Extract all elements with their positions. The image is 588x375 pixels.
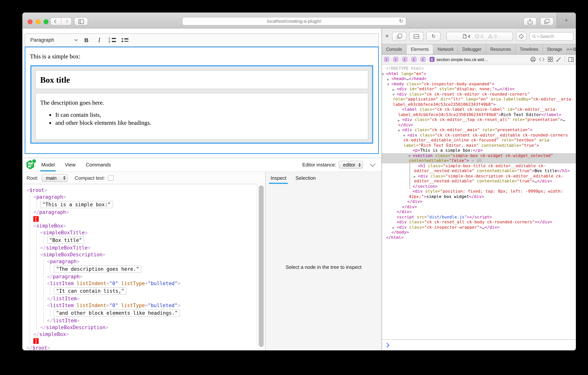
- editor-instance-select[interactable]: editor: [339, 161, 363, 169]
- dom-tree-row[interactable]: <!DOCTYPE html>: [382, 66, 576, 71]
- dom-tree-row[interactable]: ▼<section class="simple-box ck-widget ck…: [382, 153, 576, 163]
- close-devtools-button[interactable]: ×: [385, 33, 389, 39]
- model-text-node[interactable]: "and other block elements like headings.…: [54, 309, 180, 317]
- dom-tree-row[interactable]: <script src="dist/bundle.js"></script>: [382, 214, 576, 220]
- model-tree-row[interactable]: "Box title": [22, 236, 256, 244]
- forward-button[interactable]: [61, 18, 71, 25]
- dom-tree-row[interactable]: <div class="ck ck-reset_all ck-body ck-r…: [382, 220, 576, 225]
- address-bar[interactable]: localhost/creating-a-plugin/ ↻: [182, 17, 406, 25]
- collapse-node-icon[interactable]: ▼: [403, 133, 405, 139]
- new-tab-button[interactable]: +: [556, 12, 576, 28]
- element-picker-button[interactable]: [516, 32, 527, 41]
- simple-box-description-area[interactable]: The description goes here. It can contai…: [35, 93, 368, 140]
- dom-tree-row[interactable]: <p>This is a simple box:</p>: [382, 148, 576, 153]
- zoom-window-button[interactable]: [43, 19, 49, 24]
- devtools-search-field[interactable]: Search: [530, 32, 574, 40]
- breadcrumb-element-badge[interactable]: E: [393, 57, 398, 62]
- devtools-tab-debugger[interactable]: Debugger: [458, 44, 486, 54]
- tab-overview-button[interactable]: [540, 17, 554, 25]
- styles-brush-icon[interactable]: [556, 57, 561, 62]
- model-tree-row[interactable]: </$root>: [22, 345, 256, 350]
- simple-box-title-area[interactable]: Box title: [35, 70, 368, 89]
- model-tree-row[interactable]: </simpleBox>: [22, 331, 256, 338]
- devtools-tab-network[interactable]: Network: [433, 44, 458, 54]
- details-sidebar-toggle-icon[interactable]: [568, 57, 574, 62]
- settings-gear-icon[interactable]: ⚙: [573, 44, 576, 54]
- italic-button[interactable]: I: [93, 35, 106, 45]
- devtools-tab-timelines[interactable]: Timelines: [516, 44, 543, 54]
- back-button[interactable]: [51, 18, 61, 25]
- model-tree-row[interactable]: <paragraph>: [22, 258, 256, 265]
- devtools-tab-elements[interactable]: Elements: [407, 44, 433, 54]
- dom-tree-row[interactable]: <div style="position: fixed; top: 0px; l…: [382, 189, 576, 199]
- model-tree-row[interactable]: [: [22, 216, 256, 222]
- devtools-tab-console[interactable]: Console: [382, 44, 407, 54]
- add-tab-icon[interactable]: +: [570, 44, 573, 54]
- dom-tree-row[interactable]: ▼<html lang="en">: [382, 71, 576, 76]
- dom-tree-row[interactable]: ▶<div class="ck-inspector-wrapper">…</di…: [382, 225, 576, 230]
- dom-tree-row[interactable]: ▶<head>…</head>: [382, 76, 576, 81]
- inspector-tab-model[interactable]: Model: [41, 158, 55, 171]
- model-tree-row[interactable]: "The description goes here.": [22, 265, 256, 273]
- paragraph-dropdown[interactable]: Paragraph: [28, 35, 80, 45]
- compact-text-checkbox[interactable]: [108, 175, 114, 181]
- devtools-tab-storage[interactable]: Storage: [543, 44, 567, 54]
- dock-bottom-button[interactable]: [409, 32, 424, 41]
- layout-grid-icon[interactable]: [548, 57, 553, 62]
- breadcrumb-element-badge[interactable]: E: [411, 57, 416, 62]
- model-tree-scrollbar[interactable]: [256, 184, 265, 350]
- breadcrumb-selected-label[interactable]: section.simple-box.ck-wid…: [436, 57, 488, 62]
- model-tree-row[interactable]: "It can contain lists,": [22, 287, 256, 295]
- expand-node-icon[interactable]: ▶: [398, 118, 400, 123]
- model-tree-row[interactable]: <listItem listIndent="0" listType="bulle…: [22, 280, 256, 287]
- dom-tree-row[interactable]: ▼<div class="ck ck-reset ck-editor ck-ro…: [382, 92, 576, 107]
- dom-tree-row[interactable]: </div>: [382, 199, 576, 204]
- box-title-heading[interactable]: Box title: [40, 74, 363, 86]
- rich-text-editor-content[interactable]: This is a simple box: Box title The desc…: [25, 47, 379, 154]
- dom-tree-row[interactable]: </div>: [382, 204, 576, 209]
- close-window-button[interactable]: [28, 19, 32, 24]
- model-tree-row[interactable]: <listItem listIndent="0" listType="bulle…: [22, 302, 256, 309]
- collapse-node-icon[interactable]: ▼: [409, 154, 410, 159]
- simple-box-widget[interactable]: Box title The description goes here. It …: [30, 65, 373, 144]
- model-tree-row[interactable]: <paragraph>: [22, 194, 256, 201]
- root-select[interactable]: main: [42, 174, 68, 182]
- model-tree-row[interactable]: </listItem>: [22, 317, 256, 324]
- model-tree-row[interactable]: </simpleBoxTitle>: [22, 244, 256, 251]
- model-tree-row[interactable]: </simpleBoxDescription>: [22, 324, 256, 331]
- model-tree-row[interactable]: <$root>: [22, 187, 256, 194]
- model-text-node[interactable]: "This is a simple box:": [40, 201, 113, 208]
- dom-tree-row[interactable]: ▼<body class="ck-inspector-body-expanded…: [382, 81, 576, 87]
- breadcrumb-element-badge[interactable]: E: [402, 57, 407, 62]
- tab-overflow-icon[interactable]: »: [567, 44, 570, 54]
- dom-tree-row[interactable]: ▶<div class="ck ck-editor__top ck-reset_…: [382, 117, 576, 127]
- dom-tree-row[interactable]: </body>: [382, 230, 576, 235]
- dom-tree-row[interactable]: </div>: [382, 209, 576, 214]
- model-tree-row[interactable]: <simpleBox>: [22, 222, 256, 229]
- model-tree-row[interactable]: ]: [22, 338, 256, 345]
- dom-tree-row[interactable]: <label class="ck ck-label ck-voice-label…: [382, 107, 576, 117]
- dom-tree-row[interactable]: ▶<div id="editor" style="display: none;"…: [382, 87, 576, 92]
- dom-tree-row[interactable]: </html>: [382, 235, 576, 240]
- inspect-tab-inspect[interactable]: Inspect: [271, 175, 286, 184]
- collapse-node-icon[interactable]: ▼: [392, 92, 395, 98]
- model-tree-row[interactable]: "This is a simple box:": [22, 201, 256, 209]
- numbered-list-button[interactable]: 1 2: [106, 35, 119, 45]
- model-tree-row[interactable]: </paragraph>: [22, 209, 256, 216]
- model-tree-row[interactable]: </listItem>: [22, 295, 256, 302]
- resource-status-group[interactable]: 4 0: [446, 32, 513, 41]
- dom-tree-row[interactable]: </section>: [382, 184, 576, 189]
- breadcrumb-element-badge[interactable]: E: [384, 57, 389, 62]
- breadcrumb-element-badge[interactable]: E: [430, 57, 435, 62]
- model-text-node[interactable]: "It can contain lists,": [54, 287, 126, 295]
- expand-node-icon[interactable]: ▶: [414, 174, 416, 179]
- dom-tree-row[interactable]: <h1 class="simple-box-title ck-editor__e…: [382, 163, 576, 174]
- show-source-icon[interactable]: [539, 57, 545, 61]
- dock-side-button[interactable]: [392, 32, 407, 41]
- devtools-tab-resources[interactable]: Resources: [486, 44, 516, 54]
- model-tree-row[interactable]: </paragraph>: [22, 273, 256, 280]
- box-description-paragraph[interactable]: The description goes here.: [40, 99, 363, 106]
- bold-button[interactable]: B: [80, 35, 93, 45]
- dom-tree-row[interactable]: ▼<div class="ck ck-editor__main" role="p…: [382, 127, 576, 132]
- inspect-tab-selection[interactable]: Selection: [295, 175, 316, 184]
